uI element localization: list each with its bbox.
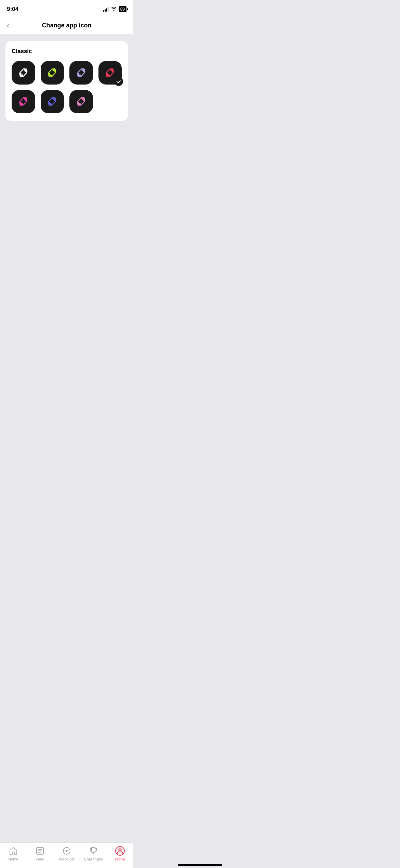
- nav-header: ‹ Change app icon: [0, 17, 133, 34]
- wifi-icon: [111, 7, 117, 12]
- icon-pink-light[interactable]: [69, 90, 93, 114]
- back-button[interactable]: ‹: [7, 22, 9, 29]
- icon-blue-purple[interactable]: [41, 90, 64, 114]
- battery-icon: 80: [119, 6, 126, 12]
- status-icons: 80: [103, 6, 126, 12]
- selected-badge: [114, 77, 123, 86]
- icons-card: Classic: [5, 41, 128, 121]
- main-content: Classic: [0, 34, 133, 258]
- icon-magenta[interactable]: [12, 90, 35, 114]
- icon-red[interactable]: [98, 61, 122, 85]
- status-bar: 9:04 80: [0, 0, 133, 17]
- status-time: 9:04: [7, 6, 18, 13]
- icon-grid-row1: [12, 61, 122, 85]
- icon-purple-light[interactable]: [69, 61, 93, 85]
- icon-grid-row2: [12, 90, 122, 114]
- icon-empty: [98, 90, 122, 114]
- page-title: Change app icon: [42, 22, 91, 29]
- signal-icon: [103, 7, 109, 12]
- icon-green[interactable]: [41, 61, 64, 85]
- icon-white[interactable]: [12, 61, 35, 85]
- section-title: Classic: [12, 48, 122, 55]
